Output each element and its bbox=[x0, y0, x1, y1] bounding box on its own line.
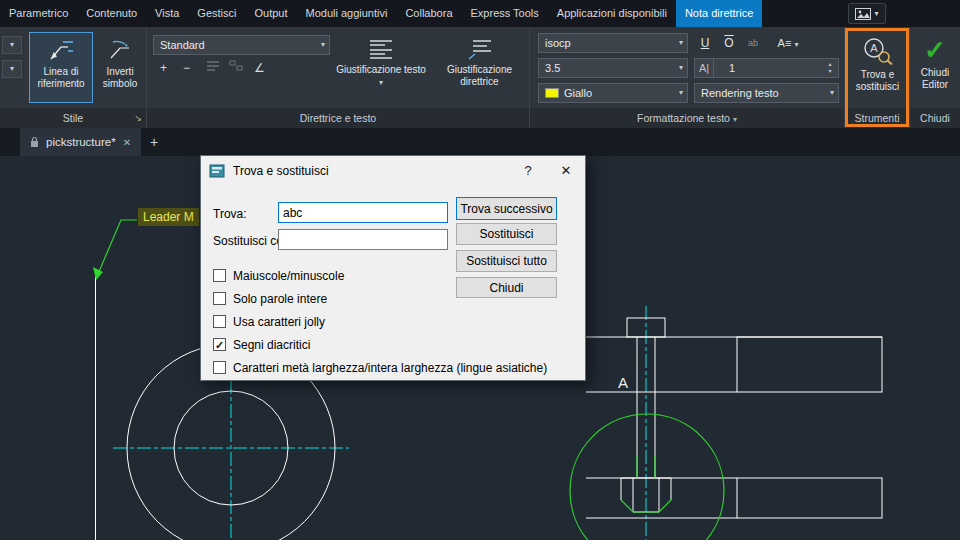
mleader-style-combo[interactable]: Standard ▾ bbox=[153, 35, 330, 55]
panel-formattazione-testo: isocp ▾ U O ab A≡ ▾ 3.5 ▾ A| 1 bbox=[530, 27, 845, 128]
ribbon-tab-bar: ParametricoContenutoVistaGestisciOutputM… bbox=[0, 0, 960, 27]
menu-tab-moduli-aggiuntivi[interactable]: Moduli aggiuntivi bbox=[296, 0, 396, 27]
leader-angle-button[interactable]: ∠ bbox=[249, 60, 270, 78]
checkbox-box[interactable] bbox=[213, 269, 226, 282]
replace-input[interactable] bbox=[278, 229, 448, 250]
menu-tab-vista[interactable]: Vista bbox=[146, 0, 188, 27]
spin-up-icon[interactable]: ▴ bbox=[828, 61, 831, 68]
image-icon bbox=[855, 8, 871, 20]
checkbox-solo-parole-intere[interactable]: Solo parole intere bbox=[213, 287, 547, 310]
overline-label: O bbox=[724, 36, 733, 50]
find-replace-icon: A bbox=[863, 37, 893, 65]
width-factor-spinner[interactable]: ▴ ▾ bbox=[824, 59, 836, 77]
checkbox-caratteri-met-larghezza-intera-larghezza[interactable]: Caratteri metà larghezza/intera larghezz… bbox=[213, 356, 547, 379]
dialog-title: Trova e sostituisci bbox=[233, 164, 329, 178]
chevron-down-icon: ▾ bbox=[10, 64, 14, 73]
plus-icon: + bbox=[150, 134, 158, 150]
leader-annotation-line[interactable] bbox=[93, 220, 137, 280]
text-justification-button[interactable]: Giustificazione testo ▾ bbox=[334, 32, 428, 103]
chevron-down-icon: ▾ bbox=[830, 84, 834, 102]
checkbox-label: Usa caratteri jolly bbox=[233, 315, 325, 329]
checkbox-label: Maiuscole/minuscole bbox=[233, 269, 344, 283]
text-height-combo[interactable]: 3.5 ▾ bbox=[538, 58, 688, 78]
font-combo-value: isocp bbox=[545, 37, 571, 49]
dialog-titlebar[interactable]: Trova e sostituisci ? ✕ bbox=[201, 156, 585, 186]
menu-tab-express-tools[interactable]: Express Tools bbox=[462, 0, 548, 27]
invert-symbol-button[interactable]: Inverti simbolo bbox=[97, 32, 143, 103]
checkbox-box[interactable] bbox=[213, 315, 226, 328]
text-rendering-combo[interactable]: Rendering testo ▾ bbox=[694, 83, 839, 103]
panel-direttrice-e-testo: Standard ▾ + − bbox=[147, 27, 530, 128]
check-icon: ✓ bbox=[924, 37, 946, 63]
text-justification-icon bbox=[368, 38, 394, 60]
menubar-items: ParametricoContenutoVistaGestisciOutputM… bbox=[0, 0, 762, 27]
selection-highlight[interactable] bbox=[570, 414, 724, 540]
spin-down-icon[interactable]: ▾ bbox=[828, 68, 831, 75]
menu-tab-parametrico[interactable]: Parametrico bbox=[0, 0, 77, 27]
chevron-down-icon: ▾ bbox=[379, 77, 383, 89]
checkbox-label: Segni diacritici bbox=[233, 338, 310, 352]
checkbox-segni-diacritici[interactable]: ✓Segni diacritici bbox=[213, 333, 547, 356]
file-tab-bar: pickstructure* ✕ + bbox=[0, 128, 960, 156]
width-factor-field[interactable]: A| 1 ▴ ▾ bbox=[694, 58, 839, 78]
panel-launcher-icon[interactable]: ↘ bbox=[134, 108, 142, 128]
overline-button[interactable]: O bbox=[718, 33, 740, 53]
lock-icon bbox=[30, 136, 39, 148]
collect-leaders-button[interactable] bbox=[225, 60, 246, 78]
close-icon[interactable]: ✕ bbox=[547, 156, 585, 186]
style-gallery-flyout-top[interactable]: ▾ bbox=[2, 36, 22, 54]
chevron-down-icon: ▾ bbox=[733, 115, 737, 124]
chevron-down-icon: ▾ bbox=[321, 36, 325, 54]
leader-line-button[interactable]: Linea di riferimento bbox=[29, 32, 93, 103]
leader-mtext[interactable]: Leader M bbox=[138, 208, 199, 226]
checkbox-box[interactable]: ✓ bbox=[213, 338, 226, 351]
menu-tab-contenuto[interactable]: Contenuto bbox=[77, 0, 146, 27]
tab-close-icon[interactable]: ✕ bbox=[123, 137, 131, 148]
find-label: Trova: bbox=[213, 207, 247, 221]
image-attach-button[interactable]: ▾ bbox=[848, 3, 886, 24]
text-color-combo[interactable]: Giallo ▾ bbox=[538, 83, 688, 103]
bolt-assembly[interactable] bbox=[586, 318, 882, 518]
help-button[interactable]: ? bbox=[509, 156, 547, 186]
leader-line-icon bbox=[47, 38, 75, 62]
menu-tab-gestisci[interactable]: Gestisci bbox=[188, 0, 245, 27]
find-replace-button[interactable]: A Trova e sostituisci bbox=[849, 31, 906, 104]
find-input[interactable] bbox=[278, 202, 448, 223]
panel-label-formattazione-testo[interactable]: Formattazione testo▾ bbox=[530, 108, 844, 128]
leader-justification-button[interactable]: Giustificazione direttrice bbox=[431, 32, 528, 103]
menu-tab-collabora[interactable]: Collabora bbox=[396, 0, 461, 27]
new-tab-button[interactable]: + bbox=[141, 128, 167, 156]
align-leaders-button[interactable] bbox=[202, 60, 223, 78]
close-editor-button[interactable]: ✓ Chiudi Editor bbox=[912, 31, 958, 104]
replace-button[interactable]: Sostituisci bbox=[456, 223, 557, 245]
mleader-style-value: Standard bbox=[160, 39, 205, 51]
remove-leader-button[interactable]: − bbox=[176, 60, 197, 78]
ribbon: ▾ ▾ Linea di riferimento bbox=[0, 27, 960, 128]
menu-tab-output[interactable]: Output bbox=[245, 0, 296, 27]
menu-tab-nota-direttrice[interactable]: Nota direttrice bbox=[676, 0, 762, 27]
text-align-button[interactable]: A≡ ▾ bbox=[768, 33, 808, 53]
underline-button[interactable]: U bbox=[694, 33, 716, 53]
chevron-down-icon: ▾ bbox=[679, 34, 683, 52]
panel-label-strumenti: Strumenti bbox=[845, 108, 909, 128]
font-combo[interactable]: isocp ▾ bbox=[538, 33, 688, 53]
style-gallery-flyout-bottom[interactable]: ▾ bbox=[2, 60, 22, 78]
underline-label: U bbox=[701, 36, 710, 50]
checkbox-box[interactable] bbox=[213, 361, 226, 374]
panel-label-chiudi: Chiudi bbox=[910, 108, 960, 128]
checkbox-maiuscole-minuscole[interactable]: Maiuscole/minuscole bbox=[213, 264, 547, 287]
add-leader-button[interactable]: + bbox=[153, 60, 174, 78]
text-color-value: Giallo bbox=[564, 87, 592, 99]
dialog-checkbox-list: Maiuscole/minuscoleSolo parole intereUsa… bbox=[213, 264, 547, 379]
file-tab-pickstructure[interactable]: pickstructure* ✕ bbox=[20, 128, 141, 156]
panel-label-text: Direttrice e testo bbox=[300, 112, 376, 124]
checkbox-usa-caratteri-jolly[interactable]: Usa caratteri jolly bbox=[213, 310, 547, 333]
detail-label-a: A bbox=[618, 374, 628, 391]
chevron-down-icon: ▾ bbox=[794, 40, 798, 49]
find-next-button[interactable]: Trova successivo bbox=[456, 197, 557, 220]
checkbox-box[interactable] bbox=[213, 292, 226, 305]
stack-button[interactable]: ab bbox=[742, 33, 764, 53]
chevron-down-icon: ▾ bbox=[679, 84, 683, 102]
panel-label-text: Strumenti bbox=[855, 112, 900, 124]
menu-tab-applicazioni-disponibili[interactable]: Applicazioni disponibili bbox=[548, 0, 676, 27]
